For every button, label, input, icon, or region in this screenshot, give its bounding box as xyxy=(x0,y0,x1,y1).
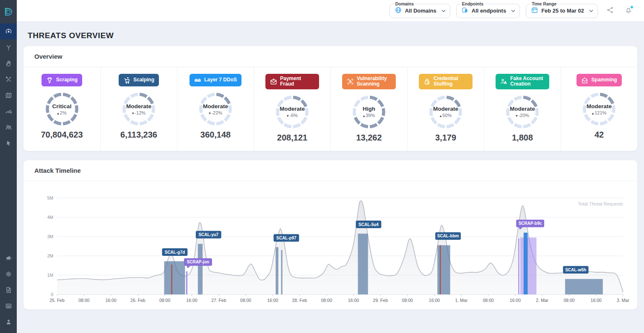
x-axis-tick: 08:00 xyxy=(402,298,413,303)
attack-bar-SCAL-p97[interactable] xyxy=(276,247,278,294)
threat-chip-label: Vulnerability Scanning xyxy=(357,76,391,87)
attack-label-SCAL-bbm[interactable]: SCAL-bbm xyxy=(435,232,461,240)
attack-bar-SCAL-yu7[interactable] xyxy=(198,244,203,294)
funnel-icon xyxy=(46,77,53,84)
attack-line-SCRAP-b9c[interactable] xyxy=(518,238,519,294)
attack-marker-SCAL-bbm[interactable] xyxy=(440,245,441,294)
trend-change: ▾-6% xyxy=(287,113,298,118)
threat-card-scalping: ScalpingModerate▾-12%6,113,236 xyxy=(100,67,177,151)
attack-timeline-chart[interactable]: 01M2M3M4M5M25. Feb08:0016:0026. Feb08:00… xyxy=(23,181,637,310)
attack-bar-SCAL-5u4[interactable] xyxy=(358,234,368,294)
threat-count: 42 xyxy=(564,130,635,140)
threat-cards-grid: ScrapingCritical▴2%70,804,623ScalpingMod… xyxy=(23,67,637,151)
radar-icon xyxy=(5,28,12,35)
attack-timeline-card: Attack Timeline 01M2M3M4M5M25. Feb08:001… xyxy=(23,160,637,310)
attack-label-SCAL-p97[interactable]: SCAL-p97 xyxy=(274,234,299,242)
x-axis-tick: 08:00 xyxy=(78,298,89,303)
trend-down-icon: ▾ xyxy=(516,114,518,118)
attack-label-SCRAP-b9c[interactable]: SCRAP-b9c xyxy=(516,220,544,230)
threat-chip-label: Scraping xyxy=(56,77,78,83)
sidebar-item-document[interactable] xyxy=(0,282,17,298)
threat-chip-scalping[interactable]: Scalping xyxy=(119,74,159,86)
sidebar-item-users[interactable] xyxy=(0,119,17,135)
sidebar-item-attacks[interactable] xyxy=(0,39,17,55)
severity-gauge: Moderate▾-22% xyxy=(198,91,233,127)
tools-icon xyxy=(5,76,12,83)
chart-search-icon xyxy=(5,108,12,115)
threat-chip-spamming[interactable]: Spamming xyxy=(576,74,621,86)
y-axis-tick: 0 xyxy=(51,291,53,297)
time-range-select[interactable]: Time Range Feb 25 to Mar 02 xyxy=(526,4,598,18)
sidebar-item-news[interactable] xyxy=(0,298,17,314)
mail-open-icon xyxy=(581,77,588,84)
svg-text:SCAL-bbm: SCAL-bbm xyxy=(437,234,459,238)
trend-up-icon: ▴ xyxy=(57,111,59,115)
users-icon xyxy=(5,124,12,131)
threat-chip-label: Layer 7 DDoS xyxy=(204,77,237,83)
threat-count: 360,148 xyxy=(180,130,251,140)
severity-label: High xyxy=(363,106,375,112)
threat-chip-layer-7-ddos[interactable]: Layer 7 DDoS xyxy=(190,74,242,86)
share-icon xyxy=(606,6,614,16)
endpoints-select[interactable]: Endpoints All endpoints xyxy=(456,4,520,18)
sidebar-item-account[interactable] xyxy=(0,314,17,330)
attack-highlight-SCRAP-b9c[interactable] xyxy=(524,233,528,294)
time-range-value: Feb 25 to Mar 02 xyxy=(541,8,584,14)
trend-up-icon: ▴ xyxy=(363,114,365,118)
total-threat-requests-area xyxy=(57,201,623,294)
attack-marker-SCAL-g7d[interactable] xyxy=(171,265,172,294)
trend-up-icon: ▴ xyxy=(592,111,594,115)
y-axis-tick: 2M xyxy=(47,253,53,258)
trend-change: ▴2% xyxy=(57,110,66,115)
sidebar-item-tools[interactable] xyxy=(0,71,17,87)
domains-select[interactable]: Domains All Domains xyxy=(390,4,450,18)
news-icon xyxy=(5,302,12,310)
severity-label: Moderate xyxy=(280,106,305,112)
share-button[interactable] xyxy=(604,5,616,17)
attack-bar-SCRAP-jon[interactable] xyxy=(186,271,187,294)
attack-bar-SCRAP-b9c[interactable] xyxy=(520,237,537,294)
map-icon xyxy=(5,92,12,99)
trend-down-icon: ▾ xyxy=(209,111,211,115)
sidebar-item-threats[interactable] xyxy=(0,23,17,39)
threat-chip-payment-fraud[interactable]: Payment Fraud xyxy=(265,74,319,89)
notifications-button[interactable] xyxy=(622,5,635,17)
cart-icon xyxy=(123,77,130,84)
sidebar-item-map[interactable] xyxy=(0,87,17,103)
threat-count: 6,113,236 xyxy=(103,130,174,140)
attack-bar-SCAL-p97-2[interactable] xyxy=(281,250,282,294)
threat-chip-fake-account-creation[interactable]: Fake Account Creation xyxy=(496,74,549,89)
hand-icon xyxy=(5,60,12,67)
x-axis-tick: 29. Feb xyxy=(373,298,388,303)
sidebar-item-bot-activity[interactable] xyxy=(0,135,17,151)
svg-text:SCAL-p97: SCAL-p97 xyxy=(276,236,296,240)
datadome-logo[interactable] xyxy=(0,0,17,23)
sidebar-item-protection[interactable] xyxy=(0,55,17,71)
attack-bar-SCAL-w5h[interactable] xyxy=(565,279,603,294)
sidebar-item-analytics[interactable] xyxy=(0,103,17,119)
threat-count: 13,262 xyxy=(333,133,405,143)
attack-label-SCAL-g7d[interactable]: SCAL-g7d xyxy=(162,248,188,256)
threat-chip-vulnerability-scanning[interactable]: Vulnerability Scanning xyxy=(342,74,396,89)
severity-label: Moderate xyxy=(587,103,612,109)
attack-label-SCAL-yu7[interactable]: SCAL-yu7 xyxy=(196,231,221,238)
attack-label-SCAL-w5h[interactable]: SCAL-w5h xyxy=(563,266,589,273)
attack-bar-SCAL-g7d[interactable] xyxy=(164,261,185,294)
threat-chip-scraping[interactable]: Scraping xyxy=(42,74,82,86)
endpoints-field-label: Endpoints xyxy=(460,1,485,6)
endpoints-icon xyxy=(462,7,468,15)
severity-gauge: Moderate▴121% xyxy=(582,91,617,127)
sidebar-item-announcements[interactable] xyxy=(0,250,17,266)
trend-change: ▴121% xyxy=(592,110,607,115)
threat-chip-credential-stuffing[interactable]: Credential Stuffing xyxy=(419,74,473,89)
attack-bar-SCAL-bbm[interactable] xyxy=(437,245,450,294)
sidebar-item-settings[interactable] xyxy=(0,266,17,282)
gear-icon xyxy=(5,271,12,278)
svg-text:SCAL-5u4: SCAL-5u4 xyxy=(358,222,379,227)
chart-legend: Total Threat Requests xyxy=(578,201,623,206)
domains-field-label: Domains xyxy=(394,1,415,6)
threat-card-payment-fraud: Payment FraudModerate▾-6%208,121 xyxy=(254,67,330,151)
attack-label-SCAL-5u4[interactable]: SCAL-5u4 xyxy=(356,221,382,228)
endpoints-value: All endpoints xyxy=(472,8,506,14)
threat-card-layer-7-ddos: Layer 7 DDoSModerate▾-22%360,148 xyxy=(177,67,254,151)
